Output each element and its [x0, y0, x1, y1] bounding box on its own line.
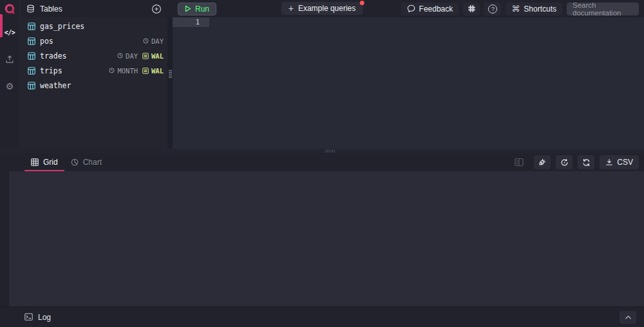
- line-number: 1: [195, 18, 200, 26]
- editor-active-line-gutter: 1: [173, 17, 209, 27]
- top-bar: Tables Run + Example queries Fee: [0, 0, 644, 17]
- rocket-icon: [536, 156, 549, 169]
- table-name: weather: [40, 81, 71, 90]
- partition-badge: MONTH: [109, 67, 138, 75]
- table-name: pos: [40, 37, 53, 46]
- search-documentation-placeholder: Search documentation: [573, 1, 633, 17]
- partition-label: DAY: [126, 52, 138, 60]
- editor-results-splitter[interactable]: [0, 149, 644, 153]
- wal-icon: [142, 68, 149, 74]
- add-table-button[interactable]: [151, 3, 162, 15]
- table-icon: [28, 82, 35, 89]
- clock-icon: [109, 68, 115, 73]
- topbar-right-cluster: Feedback ? ⌘ Shortcuts Search documentat…: [401, 3, 639, 15]
- collapse-log-button[interactable]: [620, 311, 636, 324]
- download-csv-button[interactable]: CSV: [600, 155, 639, 169]
- help-glyph: ?: [491, 5, 495, 12]
- table-row-gas-prices[interactable]: gas_prices: [19, 19, 167, 33]
- partition-badge: DAY: [143, 37, 164, 45]
- grid-tab-label: Grid: [43, 158, 58, 167]
- upload-icon: [5, 55, 14, 64]
- log-header: Log: [24, 313, 51, 322]
- columns-icon: [515, 158, 524, 167]
- results-toolbar: Grid Chart: [0, 153, 644, 171]
- run-button-label: Run: [195, 5, 209, 14]
- terminal-icon: [24, 313, 33, 321]
- partition-label: MONTH: [117, 67, 138, 75]
- settings-nav-button[interactable]: ⚙: [0, 77, 19, 96]
- tables-panel: gas_prices pos DAY trades: [19, 17, 167, 149]
- help-button[interactable]: ?: [484, 3, 501, 15]
- log-label: Log: [38, 313, 51, 322]
- tables-editor-splitter[interactable]: [167, 17, 173, 149]
- table-icon: [28, 37, 35, 45]
- tab-grid[interactable]: Grid: [24, 153, 64, 171]
- results-toolbar-right: CSV: [515, 155, 639, 169]
- slack-icon: [468, 5, 476, 13]
- active-view-indicator: [0, 14, 3, 37]
- clock-icon: [117, 53, 123, 59]
- table-name: gas_prices: [40, 22, 84, 31]
- example-queries-button[interactable]: + Example queries: [281, 2, 363, 15]
- table-icon: [28, 23, 35, 30]
- jump-to-latest-button[interactable]: [534, 155, 551, 169]
- partition-label: DAY: [151, 37, 164, 45]
- tab-chart[interactable]: Chart: [64, 153, 108, 171]
- pie-chart-icon: [71, 158, 79, 166]
- database-icon: [26, 5, 35, 13]
- drag-handle-icon: [325, 149, 335, 153]
- wal-label: WAL: [151, 67, 164, 75]
- table-name: trades: [40, 51, 67, 61]
- questdb-console: Tables Run + Example queries Fee: [0, 0, 644, 327]
- questdb-logo[interactable]: [0, 0, 19, 17]
- tables-panel-header: Tables: [19, 0, 167, 17]
- chevron-up-icon: [625, 315, 632, 320]
- clock-icon: [143, 38, 149, 44]
- feedback-button[interactable]: Feedback: [401, 3, 459, 15]
- table-name: trips: [40, 66, 62, 75]
- feedback-label: Feedback: [419, 5, 453, 14]
- sql-editor[interactable]: 1: [173, 17, 644, 149]
- slack-button[interactable]: [463, 3, 480, 15]
- gear-icon: ⚙: [6, 81, 14, 91]
- refresh-button[interactable]: [578, 155, 594, 169]
- wal-badge: WAL: [142, 52, 164, 60]
- add-circle-icon: [151, 4, 162, 14]
- side-rail: </> ⚙: [0, 17, 19, 149]
- results-grid-body: [9, 171, 644, 306]
- table-icon: [28, 52, 35, 60]
- search-documentation-input[interactable]: Search documentation: [567, 3, 639, 15]
- wal-badge: WAL: [142, 67, 164, 75]
- drag-handle-icon: [169, 70, 172, 79]
- chart-tab-label: Chart: [83, 158, 102, 167]
- table-row-weather[interactable]: weather: [19, 78, 167, 93]
- example-queries-label: Example queries: [298, 4, 355, 13]
- results-tabs: Grid Chart: [24, 153, 108, 171]
- wal-label: WAL: [151, 52, 164, 60]
- csv-label: CSV: [617, 158, 633, 167]
- notification-dot: [359, 1, 364, 5]
- history-icon: [560, 158, 569, 167]
- run-button[interactable]: Run: [178, 3, 216, 15]
- questdb-logo-icon: [3, 3, 16, 15]
- reset-grid-button[interactable]: [556, 155, 573, 169]
- table-icon: [28, 67, 35, 75]
- partition-badge: DAY: [117, 52, 138, 60]
- shortcuts-button[interactable]: ⌘ Shortcuts: [506, 3, 562, 15]
- plus-icon: +: [289, 4, 294, 13]
- table-row-trips[interactable]: trips MONTH WAL: [19, 63, 167, 78]
- help-icon: ?: [488, 5, 497, 14]
- log-bar: Log: [0, 306, 644, 327]
- refresh-icon: [582, 158, 591, 167]
- table-row-pos[interactable]: pos DAY: [19, 33, 167, 48]
- toggle-columns-button[interactable]: [515, 158, 524, 167]
- wal-icon: [142, 53, 149, 59]
- shortcuts-label: Shortcuts: [524, 5, 556, 14]
- command-icon: ⌘: [511, 4, 520, 14]
- table-row-trades[interactable]: trades DAY WAL: [19, 48, 167, 63]
- download-icon: [605, 158, 613, 166]
- sql-console-nav-button[interactable]: </>: [0, 23, 19, 42]
- import-nav-button[interactable]: [0, 50, 19, 69]
- grid-icon: [31, 158, 39, 166]
- speech-bubble-icon: [407, 5, 415, 13]
